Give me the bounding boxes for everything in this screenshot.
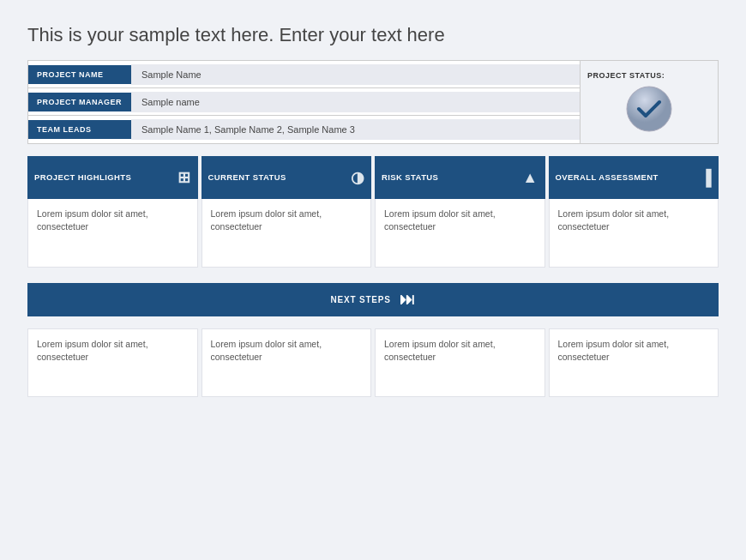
- top-columns: PROJECT HIGHLIGHTS ⊞ Lorem ipsum dolor s…: [27, 156, 719, 268]
- info-left: PROJECT NAME Sample Name PROJECT MANAGER…: [28, 61, 581, 143]
- next-steps-label: NEXT STEPS: [330, 295, 390, 304]
- project-manager-row: PROJECT MANAGER Sample name: [28, 88, 580, 116]
- col-overall-assessment: OVERALL ASSESSMENT ▐ Lorem ipsum dolor s…: [549, 156, 719, 268]
- bottom-col-4: Lorem ipsum dolor sit amet, consectetuer: [549, 328, 719, 397]
- project-name-row: PROJECT NAME Sample Name: [28, 61, 580, 88]
- col-body-risk-status: Lorem ipsum dolor sit amet, consectetuer: [375, 199, 545, 268]
- svg-point-0: [627, 87, 671, 131]
- slide: This is your sample text here. Enter you…: [0, 0, 746, 560]
- team-leads-label: TEAM LEADS: [28, 120, 131, 139]
- col-project-highlights: PROJECT HIGHLIGHTS ⊞ Lorem ipsum dolor s…: [27, 156, 198, 268]
- skip-forward-icon: ⏭: [400, 291, 416, 309]
- col-header-current-status: CURRENT STATUS ◑: [202, 156, 372, 199]
- status-badge: [625, 85, 673, 133]
- bottom-col-2: Lorem ipsum dolor sit amet, consectetuer: [202, 328, 372, 397]
- col-header-project-highlights: PROJECT HIGHLIGHTS ⊞: [27, 156, 198, 199]
- col-header-text-risk-status: RISK STATUS: [382, 172, 438, 183]
- page-title: This is your sample text here. Enter you…: [27, 24, 719, 46]
- col-body-project-highlights: Lorem ipsum dolor sit amet, consectetuer: [27, 199, 198, 268]
- col-risk-status: RISK STATUS ▲ Lorem ipsum dolor sit amet…: [375, 156, 545, 268]
- col-header-overall-assessment: OVERALL ASSESSMENT ▐: [549, 156, 719, 199]
- team-leads-row: TEAM LEADS Sample Name 1, Sample Name 2,…: [28, 116, 580, 143]
- bottom-col-1: Lorem ipsum dolor sit amet, consectetuer: [27, 328, 198, 397]
- bottom-col-3: Lorem ipsum dolor sit amet, consectetuer: [375, 328, 545, 397]
- info-table: PROJECT NAME Sample Name PROJECT MANAGER…: [27, 60, 719, 144]
- pie-chart-icon: ◑: [351, 168, 364, 187]
- project-name-label: PROJECT NAME: [28, 65, 131, 84]
- col-header-text-overall-assessment: OVERALL ASSESSMENT: [556, 172, 659, 183]
- bottom-columns: Lorem ipsum dolor sit amet, consectetuer…: [27, 328, 719, 397]
- warning-icon: ▲: [522, 169, 538, 187]
- col-body-overall-assessment: Lorem ipsum dolor sit amet, consectetuer: [549, 199, 719, 268]
- project-manager-value: Sample name: [131, 92, 580, 112]
- team-leads-value: Sample Name 1, Sample Name 2, Sample Nam…: [131, 119, 580, 140]
- presentation-icon: ⊞: [177, 168, 190, 187]
- project-name-value: Sample Name: [131, 64, 580, 85]
- col-body-current-status: Lorem ipsum dolor sit amet, consectetuer: [202, 199, 372, 268]
- info-right: PROJECT STATUS:: [581, 61, 718, 143]
- col-header-text-current-status: CURRENT STATUS: [208, 172, 286, 183]
- col-current-status: CURRENT STATUS ◑ Lorem ipsum dolor sit a…: [202, 156, 372, 268]
- bar-chart-icon: ▐: [701, 169, 712, 187]
- next-steps-banner: NEXT STEPS ⏭: [27, 283, 719, 316]
- project-manager-label: PROJECT MANAGER: [28, 93, 131, 111]
- col-header-text-project-highlights: PROJECT HIGHLIGHTS: [34, 172, 131, 183]
- project-status-label: PROJECT STATUS:: [587, 71, 665, 80]
- col-header-risk-status: RISK STATUS ▲: [375, 156, 545, 199]
